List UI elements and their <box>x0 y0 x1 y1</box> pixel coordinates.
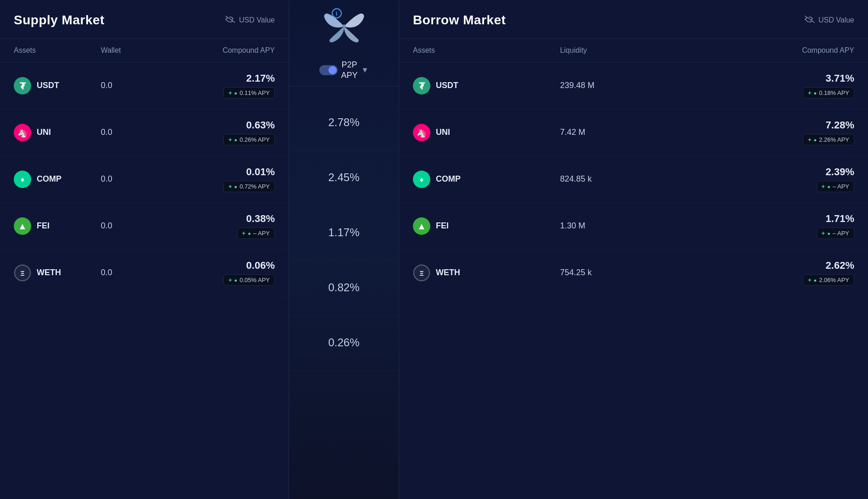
apy-badge-text: – APY <box>833 183 849 190</box>
apy-cell: 2.17% + ● 0.11% APY <box>188 72 275 99</box>
asset-icon-weth: Ξ <box>413 264 430 282</box>
leaf-icon: ● <box>234 137 238 143</box>
apy-badge-text: 0.11% APY <box>239 89 270 96</box>
apy-badge: + ● 0.05% APY <box>223 274 275 286</box>
svg-text:♦: ♦ <box>21 176 24 183</box>
p2p-selector[interactable]: P2PAPY ▼ <box>289 55 399 86</box>
liquidity-value: 754.25 k <box>560 268 707 277</box>
p2p-apy-row: 1.17% <box>289 205 399 261</box>
apy-cell: 0.63% + ● 0.26% APY <box>188 119 275 145</box>
borrow-col-assets: Assets <box>413 46 560 55</box>
wallet-value: 0.0 <box>101 268 188 277</box>
apy-main: 3.71% <box>826 72 854 84</box>
apy-main: 2.17% <box>246 72 275 84</box>
borrow-col-liquidity: Liquidity <box>560 46 707 55</box>
svg-text:Ξ: Ξ <box>419 270 423 277</box>
asset-info: 🦄 UNI <box>14 124 101 141</box>
svg-text:🦄: 🦄 <box>417 128 427 138</box>
asset-info: ₮ USDT <box>14 77 101 94</box>
svg-text:₮: ₮ <box>419 81 425 91</box>
asset-icon-comp: ♦ <box>14 171 31 188</box>
borrow-panel-title: Borrow Market <box>413 13 506 28</box>
asset-icon-fei: ▲ <box>413 217 430 235</box>
eye-slash-icon <box>225 16 235 25</box>
supply-usd-label: USD Value <box>239 16 275 24</box>
asset-icon-uni: 🦄 <box>14 124 31 141</box>
apy-cell: 2.62% + ● 2.06% APY <box>707 260 854 286</box>
info-circle[interactable]: i <box>332 8 342 18</box>
apy-badge-text: 2.06% APY <box>819 277 849 283</box>
asset-name: WETH <box>436 268 460 277</box>
butterfly-logo <box>323 9 365 44</box>
svg-text:🦄: 🦄 <box>17 128 28 138</box>
apy-badge: + ● 2.26% APY <box>803 134 854 145</box>
asset-info: Ξ WETH <box>14 264 101 282</box>
plus-icon: + <box>228 183 232 190</box>
asset-info: ♦ COMP <box>14 171 101 188</box>
asset-name: COMP <box>37 174 61 184</box>
supply-row[interactable]: ♦ COMP 0.0 0.01% + ● 0.72% APY <box>0 156 289 203</box>
asset-icon-uni: 🦄 <box>413 124 430 141</box>
supply-row[interactable]: ₮ USDT 0.0 2.17% + ● 0.11% APY <box>0 62 289 109</box>
svg-text:₮: ₮ <box>20 81 26 91</box>
borrow-row[interactable]: ▲ FEI 1.30 M 1.71% + ● – APY <box>399 203 868 250</box>
borrow-usd-toggle[interactable]: USD Value <box>805 16 854 25</box>
asset-info: ♦ COMP <box>413 171 560 188</box>
asset-icon-usdt: ₮ <box>413 77 430 94</box>
p2p-apy-row: 0.26% <box>289 316 399 371</box>
asset-name: UNI <box>436 128 450 137</box>
asset-name: WETH <box>37 268 61 277</box>
borrow-row[interactable]: 🦄 UNI 7.42 M 7.28% + ● 2.26% APY <box>399 109 868 156</box>
asset-info: ▲ FEI <box>413 217 560 235</box>
asset-icon-comp: ♦ <box>413 171 430 188</box>
svg-text:♦: ♦ <box>420 176 423 183</box>
apy-main: 0.63% <box>246 119 275 131</box>
apy-badge-text: – APY <box>833 230 849 237</box>
apy-badge-text: 2.26% APY <box>819 136 849 143</box>
borrow-row[interactable]: Ξ WETH 754.25 k 2.62% + ● 2.06% APY <box>399 250 868 296</box>
asset-icon-usdt: ₮ <box>14 77 31 94</box>
asset-name: UNI <box>37 128 51 137</box>
apy-badge: + ● – APY <box>817 181 854 192</box>
borrow-row[interactable]: ₮ USDT 239.48 M 3.71% + ● 0.18% APY <box>399 62 868 109</box>
leaf-icon: ● <box>814 277 817 283</box>
wallet-value: 0.0 <box>101 128 188 137</box>
asset-info: 🦄 UNI <box>413 124 560 141</box>
plus-icon: + <box>228 277 232 283</box>
apy-badge: + ● – APY <box>237 227 275 239</box>
asset-name: FEI <box>37 221 50 231</box>
apy-cell: 7.28% + ● 2.26% APY <box>707 119 854 145</box>
apy-badge: + ● – APY <box>817 227 854 239</box>
apy-main: 0.01% <box>246 166 275 178</box>
asset-name: COMP <box>436 174 461 184</box>
supply-usd-toggle[interactable]: USD Value <box>225 16 275 25</box>
apy-badge-text: 0.26% APY <box>239 136 270 143</box>
apy-badge: + ● 2.06% APY <box>803 274 854 286</box>
svg-point-11 <box>343 24 345 29</box>
supply-row[interactable]: 🦄 UNI 0.0 0.63% + ● 0.26% APY <box>0 109 289 156</box>
plus-icon: + <box>808 277 812 283</box>
wallet-value: 0.0 <box>101 221 188 231</box>
borrow-row[interactable]: ♦ COMP 824.85 k 2.39% + ● – APY <box>399 156 868 203</box>
leaf-icon: ● <box>814 90 817 96</box>
apy-cell: 0.06% + ● 0.05% APY <box>188 260 275 286</box>
borrow-col-apy: Compound APY <box>707 46 854 55</box>
logo-area: i <box>323 0 365 50</box>
chevron-down-icon: ▼ <box>362 66 369 74</box>
supply-panel: Supply Market USD Value Assets Wallet Co… <box>0 0 289 499</box>
p2p-toggle[interactable] <box>319 65 338 75</box>
leaf-icon: ● <box>234 184 238 189</box>
supply-rows: ₮ USDT 0.0 2.17% + ● 0.11% APY 🦄 UNI 0.0… <box>0 62 289 296</box>
plus-icon: + <box>808 136 812 143</box>
supply-row[interactable]: Ξ WETH 0.0 0.06% + ● 0.05% APY <box>0 250 289 296</box>
leaf-icon: ● <box>827 231 830 236</box>
apy-main: 0.38% <box>246 213 275 225</box>
asset-name: USDT <box>436 81 458 90</box>
apy-main: 7.28% <box>826 119 854 131</box>
apy-badge-text: 0.18% APY <box>819 89 849 96</box>
asset-info: ₮ USDT <box>413 77 560 94</box>
supply-row[interactable]: ▲ FEI 0.0 0.38% + ● – APY <box>0 203 289 250</box>
apy-badge: + ● 0.18% APY <box>803 87 854 99</box>
apy-badge: + ● 0.26% APY <box>223 134 275 145</box>
apy-cell: 0.01% + ● 0.72% APY <box>188 166 275 192</box>
